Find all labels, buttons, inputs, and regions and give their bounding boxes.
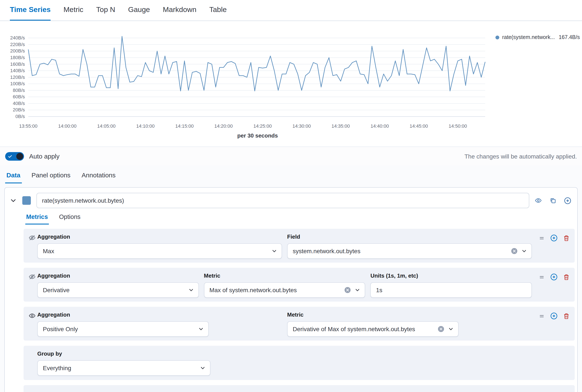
metric-combobox[interactable]: Derivative of Max of system.network.out.… xyxy=(287,321,458,337)
legend-series-value: 167.4B/s xyxy=(559,34,580,40)
metric-row: Aggregation Derivative Metric Max of sys… xyxy=(24,268,575,302)
svg-text:14:20:00: 14:20:00 xyxy=(214,124,233,129)
add-metric-icon[interactable] xyxy=(550,312,557,320)
chevron-down-icon xyxy=(448,326,454,332)
eye-closed-icon[interactable] xyxy=(29,273,36,280)
group-by-select[interactable]: Everything xyxy=(37,360,210,376)
aggregation-select[interactable]: Derivative xyxy=(37,282,199,298)
tab-gauge[interactable]: Gauge xyxy=(128,0,150,20)
eye-closed-icon[interactable] xyxy=(29,234,36,241)
svg-text:100B/s: 100B/s xyxy=(10,81,25,86)
clear-selection-icon[interactable] xyxy=(511,248,518,254)
field-label: Field xyxy=(287,234,532,240)
svg-text:14:50:00: 14:50:00 xyxy=(449,124,467,129)
svg-text:20B/s: 20B/s xyxy=(13,107,25,112)
metric-row: Aggregation Positive Only Metric Derivat… xyxy=(24,307,575,340)
add-series-icon[interactable] xyxy=(564,197,571,204)
chevron-down-icon xyxy=(521,248,527,254)
tab-markdown[interactable]: Markdown xyxy=(163,0,197,20)
field-label: Units (1s, 1m, etc) xyxy=(370,272,532,279)
legend-series-dot xyxy=(495,35,499,39)
timeseries-chart-section: 0B/s20B/s40B/s60B/s80B/s100B/s120B/s140B… xyxy=(0,21,582,146)
chevron-down-icon xyxy=(188,287,194,293)
collapse-chevron-icon[interactable] xyxy=(10,197,17,204)
series-color-swatch[interactable] xyxy=(22,196,31,205)
svg-text:180B/s: 180B/s xyxy=(10,55,25,60)
drag-handle-icon[interactable] xyxy=(539,274,545,280)
tab-metric[interactable]: Metric xyxy=(64,0,83,20)
aggregation-select[interactable]: Positive Only xyxy=(37,321,209,337)
svg-text:200B/s: 200B/s xyxy=(10,48,25,54)
add-metric-icon[interactable] xyxy=(550,273,557,280)
units-input[interactable]: 1s xyxy=(370,282,532,298)
svg-text:80B/s: 80B/s xyxy=(13,88,25,93)
field-label: Aggregation xyxy=(37,312,282,318)
drag-handle-icon[interactable] xyxy=(539,313,545,319)
tab-metrics[interactable]: Metrics xyxy=(25,212,49,224)
chevron-down-icon xyxy=(271,248,277,254)
clone-icon[interactable] xyxy=(549,197,556,204)
svg-text:14:35:00: 14:35:00 xyxy=(331,124,350,129)
svg-text:14:45:00: 14:45:00 xyxy=(409,124,428,129)
auto-apply-switch[interactable] xyxy=(5,152,24,160)
drag-handle-icon[interactable] xyxy=(539,235,545,241)
add-metric-icon[interactable] xyxy=(550,234,557,242)
eye-icon[interactable] xyxy=(29,312,36,319)
tab-table[interactable]: Table xyxy=(209,0,227,20)
svg-text:13:55:00: 13:55:00 xyxy=(19,124,38,129)
delete-metric-icon[interactable] xyxy=(563,234,569,242)
field-label: Aggregation xyxy=(37,234,282,240)
eye-icon[interactable] xyxy=(535,197,542,204)
legend-series-label: rate(system.network... xyxy=(502,34,555,40)
next-section-strip xyxy=(24,385,575,392)
series-tabs: Metrics Options xyxy=(25,212,577,224)
svg-text:140B/s: 140B/s xyxy=(10,68,25,73)
chart-interval-label: per 30 seconds xyxy=(29,132,486,139)
aggregation-select[interactable]: Max xyxy=(37,243,282,259)
svg-text:14:15:00: 14:15:00 xyxy=(175,124,194,129)
auto-apply-label: Auto apply xyxy=(29,152,60,160)
tab-panel-options[interactable]: Panel options xyxy=(30,169,72,183)
field-label: Metric xyxy=(287,312,532,318)
group-by-label: Group by xyxy=(37,350,532,357)
tab-data[interactable]: Data xyxy=(5,169,22,183)
field-combobox[interactable]: system.network.out.bytes xyxy=(287,243,532,259)
delete-metric-icon[interactable] xyxy=(563,274,569,280)
visualization-type-tabs: Time Series Metric Top N Gauge Markdown … xyxy=(0,0,582,21)
svg-text:14:10:00: 14:10:00 xyxy=(136,124,155,129)
svg-text:220B/s: 220B/s xyxy=(10,42,25,47)
tab-annotations[interactable]: Annotations xyxy=(80,169,117,183)
tab-options[interactable]: Options xyxy=(58,212,82,224)
series-header xyxy=(5,188,577,212)
svg-text:14:00:00: 14:00:00 xyxy=(58,124,77,129)
auto-apply-note: The changes will be automatically applie… xyxy=(464,153,577,160)
svg-text:60B/s: 60B/s xyxy=(13,94,25,100)
series-panel: Metrics Options Aggregation Max xyxy=(4,187,578,392)
timeseries-chart: 0B/s20B/s40B/s60B/s80B/s100B/s120B/s140B… xyxy=(1,21,532,131)
delete-metric-icon[interactable] xyxy=(563,312,569,320)
check-icon xyxy=(8,154,13,159)
svg-text:14:30:00: 14:30:00 xyxy=(292,124,311,129)
tab-top-n[interactable]: Top N xyxy=(96,0,115,20)
clear-selection-icon[interactable] xyxy=(437,326,444,332)
svg-text:40B/s: 40B/s xyxy=(13,101,25,106)
series-label-input[interactable] xyxy=(37,193,529,208)
chevron-down-icon xyxy=(355,287,361,293)
field-label: Aggregation xyxy=(37,272,199,279)
svg-text:160B/s: 160B/s xyxy=(10,62,25,67)
svg-text:240B/s: 240B/s xyxy=(10,35,25,40)
field-label: Metric xyxy=(204,272,365,279)
chevron-down-icon xyxy=(200,365,206,371)
switch-thumb xyxy=(16,153,23,160)
tsvb-editor: Time Series Metric Top N Gauge Markdown … xyxy=(0,0,582,392)
config-tabs: Data Panel options Annotations xyxy=(0,165,582,183)
clear-selection-icon[interactable] xyxy=(344,286,351,294)
metric-combobox[interactable]: Max of system.network.out.bytes xyxy=(204,282,365,298)
auto-apply-bar: Auto apply The changes will be automatic… xyxy=(0,146,582,165)
svg-text:120B/s: 120B/s xyxy=(10,74,25,80)
tab-time-series[interactable]: Time Series xyxy=(10,0,51,20)
svg-text:14:40:00: 14:40:00 xyxy=(370,124,389,129)
editor-lower-area: Data Panel options Annotations xyxy=(0,165,582,392)
svg-text:0B/s: 0B/s xyxy=(16,114,25,119)
chevron-down-icon xyxy=(198,326,204,332)
